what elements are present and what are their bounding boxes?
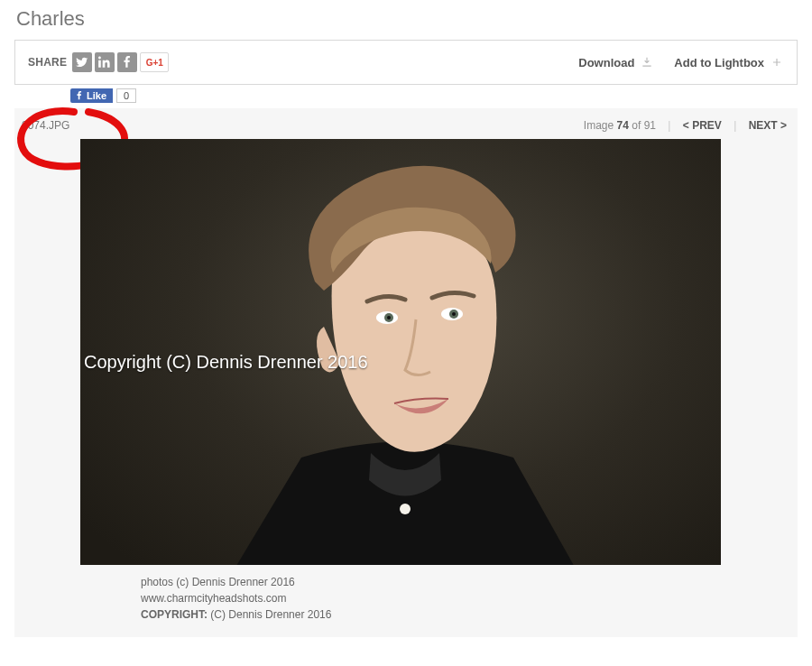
facebook-like-button[interactable]: Like (70, 88, 113, 103)
current-index: 74 (617, 119, 629, 132)
download-icon (640, 55, 654, 69)
download-button[interactable]: Download (578, 55, 654, 69)
lightbox-label: Add to Lightbox (674, 56, 764, 69)
credits-line-2: www.charmcityheadshots.com (141, 590, 787, 606)
facebook-like-bar: Like 0 (70, 88, 812, 103)
twitter-icon[interactable] (72, 52, 92, 72)
filename-label: 0074.JPG (22, 119, 69, 132)
plus-icon (770, 55, 784, 69)
meta-row: 0074.JPG Image 74 of 91 | < PREV | NEXT … (22, 119, 787, 132)
content-panel: 0074.JPG Image 74 of 91 | < PREV | NEXT … (14, 108, 798, 637)
of-word: of (632, 119, 641, 132)
prev-button[interactable]: < PREV (683, 119, 722, 132)
copyright-key: COPYRIGHT: (141, 608, 208, 621)
facebook-small-icon (75, 91, 84, 100)
facebook-icon[interactable] (117, 52, 137, 72)
svg-point-0 (400, 504, 411, 514)
pager: Image 74 of 91 | < PREV | NEXT > (584, 119, 787, 132)
share-label: SHARE (28, 56, 67, 69)
linkedin-icon[interactable] (95, 52, 115, 72)
download-label: Download (578, 56, 634, 69)
page-title: Charles (16, 7, 812, 31)
facebook-like-count: 0 (116, 88, 136, 103)
total-count: 91 (644, 119, 656, 132)
svg-point-6 (452, 312, 456, 316)
google-plus-icon[interactable]: G+1 (140, 52, 169, 72)
share-toolbar: SHARE G+1 Download Add to Lightbox (14, 40, 798, 85)
svg-point-3 (387, 316, 391, 319)
add-to-lightbox-button[interactable]: Add to Lightbox (674, 55, 784, 69)
main-photo[interactable]: Copyright (C) Dennis Drenner 2016 (80, 139, 721, 565)
next-button[interactable]: NEXT > (749, 119, 787, 132)
credits-line-1: photos (c) Dennis Drenner 2016 (141, 574, 787, 590)
copyright-value: (C) Dennis Drenner 2016 (210, 608, 331, 621)
separator: | (734, 119, 736, 132)
image-word: Image (584, 119, 614, 132)
credits-block: photos (c) Dennis Drenner 2016 www.charm… (141, 574, 787, 623)
like-text: Like (87, 90, 106, 101)
separator: | (668, 119, 670, 132)
watermark-text: Copyright (C) Dennis Drenner 2016 (80, 352, 368, 373)
